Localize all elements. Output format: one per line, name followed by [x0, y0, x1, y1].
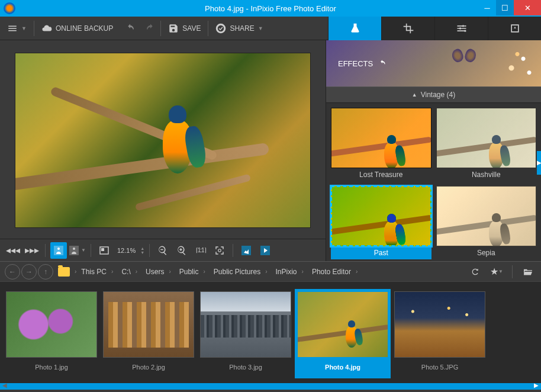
breadcrumb-item[interactable]: Public Pictures› — [210, 268, 271, 276]
breadcrumb-item[interactable]: Public› — [176, 268, 209, 276]
thumbnail-label: Photo 4.jpg — [297, 358, 388, 371]
nav-back-button[interactable]: ← — [5, 264, 20, 279]
breadcrumb-item[interactable]: This PC› — [78, 268, 117, 276]
fit-icon — [99, 246, 109, 255]
menu-button[interactable]: ▼ — [0, 17, 34, 40]
zoom-stepper[interactable]: ▲▼ — [140, 246, 144, 255]
compare-view-button[interactable]: ▼ — [69, 242, 86, 259]
effect-past[interactable]: Past — [331, 186, 431, 259]
save-icon — [168, 23, 179, 34]
svg-point-6 — [73, 248, 75, 250]
save-button[interactable]: SAVE — [161, 17, 208, 40]
svg-point-9 — [218, 249, 221, 252]
effects-header: EFFECTS — [326, 40, 541, 86]
person-icon — [54, 246, 63, 255]
rotate-right-button[interactable] — [257, 242, 273, 259]
sliders-icon — [456, 23, 468, 34]
zoom-fit-button[interactable] — [211, 242, 228, 259]
scroll-bar[interactable] — [0, 383, 541, 390]
effect-lost-treasure[interactable]: Lost Treasure — [331, 108, 431, 181]
effects-tab[interactable] — [328, 17, 381, 40]
thumbnail — [394, 291, 485, 358]
zoom-100-button[interactable]: ⌈1:1⌉ — [192, 242, 209, 259]
frame-icon — [509, 23, 521, 34]
crop-tab[interactable] — [381, 17, 434, 40]
nav-forward-button[interactable]: → — [21, 264, 37, 279]
redo-icon — [145, 23, 156, 34]
undo-button[interactable] — [120, 17, 140, 40]
effect-label: Lost Treasure — [331, 168, 431, 181]
flowers-decoration — [482, 40, 541, 86]
thumbnail — [103, 291, 194, 358]
single-view-button[interactable] — [50, 242, 67, 259]
thumbnail-label: Photo 1.jpg — [6, 358, 97, 371]
filmstrip-item[interactable]: Photo 5.JPG — [394, 291, 485, 378]
next-arrows-button[interactable]: ▸▸▸ — [24, 242, 40, 259]
effect-label: Past — [331, 246, 431, 259]
category-label: Vintage (4) — [421, 91, 455, 99]
main-toolbar: ▼ ONLINE BACKUP SAVE SHARE ▼ — [0, 17, 541, 40]
maximize-button[interactable]: ☐ — [496, 0, 514, 15]
zoom-in-button[interactable] — [173, 242, 190, 259]
fit-button[interactable] — [96, 242, 112, 259]
filmstrip-item[interactable]: Photo 1.jpg — [6, 291, 97, 378]
zoom-in-icon — [176, 245, 187, 256]
effect-label: Sepia — [436, 246, 537, 259]
share-button[interactable]: SHARE ▼ — [208, 17, 270, 40]
thumbnail-label: Photo 5.JPG — [394, 358, 485, 371]
breadcrumb-item[interactable]: C:\› — [118, 268, 141, 276]
share-icon — [215, 23, 226, 34]
prev-arrows-button[interactable]: ◂◂◂ — [5, 242, 21, 259]
folder-icon — [58, 267, 70, 277]
frame-tab[interactable] — [488, 17, 541, 40]
favorite-button[interactable]: ★▼ — [488, 264, 505, 280]
magnifier-icon — [214, 245, 225, 256]
breadcrumb-item[interactable]: Users› — [142, 268, 175, 276]
titlebar: Photo 4.jpg - InPixio Free Photo Editor … — [0, 0, 541, 17]
minimize-button[interactable]: ─ — [478, 0, 496, 15]
rotate-left-button[interactable] — [238, 242, 255, 259]
image-right-icon — [260, 246, 270, 255]
thumbnail — [6, 291, 97, 358]
open-folder-icon — [523, 268, 533, 276]
zoom-level: 12.1% — [115, 247, 138, 254]
online-backup-button[interactable]: ONLINE BACKUP — [34, 17, 120, 40]
close-button[interactable]: ✕ — [514, 0, 541, 15]
app-icon — [4, 2, 15, 14]
thumbnail — [200, 291, 291, 358]
zoom-out-icon — [157, 245, 168, 256]
effect-sepia[interactable]: Sepia — [436, 186, 537, 259]
cloud-icon — [41, 23, 52, 34]
breadcrumb-item[interactable]: Photo Editor› — [308, 268, 361, 276]
thumbnail-label: Photo 3.jpg — [200, 358, 291, 371]
filmstrip-item-selected[interactable]: Photo 4.jpg — [295, 289, 391, 378]
nav-up-button[interactable]: ↑ — [38, 264, 53, 279]
effects-panel: EFFECTS ▲ Vintage (4) Lost Treasure Nash… — [326, 40, 541, 261]
view-toolbar: ◂◂◂ ▸▸▸ ▼ 12.1% ▲▼ ⌈1:1⌉ — [0, 239, 326, 261]
svg-point-2 — [464, 30, 466, 31]
open-folder-button[interactable] — [520, 264, 536, 280]
breadcrumb-item[interactable]: InPixio› — [272, 268, 307, 276]
effect-label: Nashville — [436, 168, 537, 181]
crop-icon — [402, 23, 414, 34]
person-compare-icon — [69, 246, 81, 255]
refresh-icon — [471, 267, 480, 277]
filmstrip-item[interactable]: Photo 3.jpg — [200, 291, 291, 378]
panel-expand-handle[interactable]: ▶ — [537, 151, 541, 175]
undo-icon[interactable] — [378, 59, 387, 68]
adjust-tab[interactable] — [434, 17, 488, 40]
redo-button[interactable] — [140, 17, 160, 40]
zoom-out-button[interactable] — [154, 242, 171, 259]
share-label: SHARE — [230, 24, 254, 33]
undo-icon — [125, 23, 136, 34]
svg-point-4 — [57, 248, 60, 250]
refresh-button[interactable] — [467, 264, 484, 280]
effects-title-label: EFFECTS — [338, 59, 373, 68]
filmstrip-item[interactable]: Photo 2.jpg — [103, 291, 194, 378]
effect-nashville[interactable]: Nashville — [436, 108, 537, 181]
breadcrumb-bar: ← → ↑ › This PC› C:\› Users› Public› Pub… — [0, 261, 541, 281]
effects-category-header[interactable]: ▲ Vintage (4) — [326, 86, 541, 103]
canvas-viewport[interactable] — [0, 40, 326, 239]
svg-point-1 — [459, 27, 461, 29]
flask-icon — [349, 23, 361, 34]
